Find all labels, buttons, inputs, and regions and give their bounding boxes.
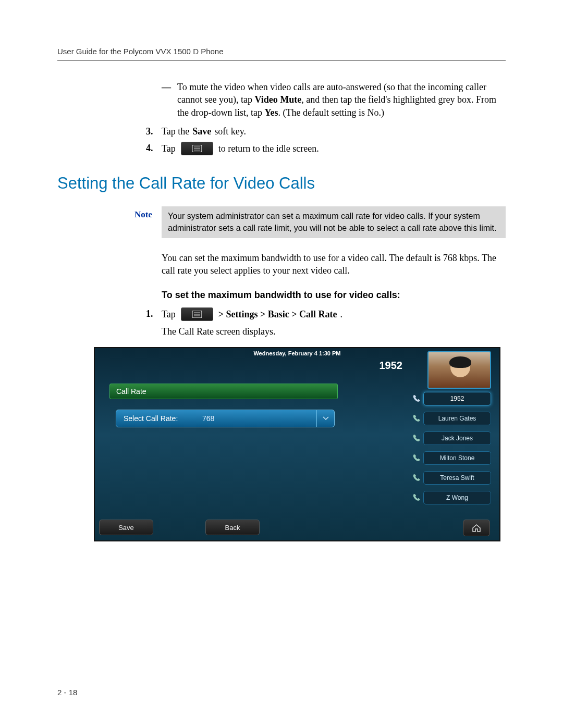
- call-rate-dropdown[interactable]: Select Call Rate: 768: [116, 410, 335, 427]
- step-text: Tap: [162, 142, 176, 155]
- note-text: Your system administrator can set a maxi…: [162, 206, 506, 238]
- speed-dial-item[interactable]: Jack Jones: [410, 430, 491, 446]
- phone-screenshot: Wednesday, February 4 1:30 PM 1952 Call …: [94, 347, 500, 541]
- step-number: 4.: [146, 142, 162, 155]
- back-softkey[interactable]: Back: [205, 520, 260, 535]
- handset-icon: [410, 414, 423, 423]
- speed-dial-label: 1952: [423, 392, 491, 405]
- step-text-post: to return to the idle screen.: [218, 142, 319, 155]
- step-text: Tap the: [162, 125, 189, 138]
- speed-dial-label: Milton Stone: [423, 451, 491, 465]
- page-header: User Guide for the Polycom VVX 1500 D Ph…: [57, 47, 506, 61]
- speed-dial-item[interactable]: Lauren Gates: [410, 411, 491, 426]
- handset-icon: [410, 394, 423, 403]
- step-punct: .: [340, 308, 343, 320]
- call-rate-label: Select Call Rate:: [116, 414, 202, 423]
- menu-icon: [181, 307, 213, 321]
- handset-icon: [410, 473, 423, 483]
- dash-marker: —: [162, 81, 177, 119]
- step-number: 1.: [146, 307, 162, 338]
- speed-dial-label: Z Wong: [423, 491, 491, 504]
- note-label: Note: [125, 206, 162, 238]
- speed-dial-label: Jack Jones: [423, 431, 491, 445]
- step-4: 4. Tap to return to the idle screen.: [146, 142, 506, 155]
- call-rate-value: 768: [202, 414, 244, 423]
- extension-number: 1952: [380, 360, 403, 372]
- handset-icon: [410, 493, 423, 502]
- step-text: Tap: [162, 308, 176, 320]
- speed-dial-label: Lauren Gates: [423, 412, 491, 425]
- screen-title: Call Rate: [109, 384, 338, 399]
- speed-dial-item[interactable]: Teresa Swift: [410, 470, 491, 486]
- speed-dial-item[interactable]: Milton Stone: [410, 450, 491, 466]
- step-result: The Call Rate screen displays.: [162, 325, 506, 338]
- step-path: > Settings > Basic > Call Rate: [218, 308, 337, 320]
- page-number: 2 - 18: [57, 688, 77, 697]
- step-1: 1. Tap > Settings > Basic > Call Rate. T…: [146, 307, 506, 338]
- speed-dial-item[interactable]: Z Wong: [410, 490, 491, 505]
- body-paragraph: You can set the maximum bandwidth to use…: [162, 252, 506, 277]
- step-3: 3. Tap the Save soft key.: [146, 125, 506, 138]
- chevron-down-icon[interactable]: [316, 410, 334, 427]
- handset-icon: [410, 434, 423, 443]
- section-heading: Setting the Call Rate for Video Calls: [57, 174, 506, 193]
- procedure-heading: To set the maximum bandwidth to use for …: [162, 289, 506, 301]
- speed-dial-item[interactable]: 1952: [410, 391, 491, 406]
- menu-icon: [181, 142, 213, 155]
- handset-icon: [410, 453, 423, 463]
- sub-bullet: — To mute the video when video calls are…: [162, 81, 506, 119]
- home-button[interactable]: [463, 520, 490, 536]
- save-softkey[interactable]: Save: [99, 520, 153, 535]
- step-number: 3.: [146, 125, 162, 138]
- self-view-thumbnail[interactable]: [427, 351, 491, 389]
- bullet-text: To mute the video when video calls are a…: [177, 81, 506, 119]
- step-text-post: soft key.: [214, 125, 246, 138]
- speed-dial-label: Teresa Swift: [423, 471, 491, 485]
- home-icon: [472, 524, 481, 532]
- step-bold: Save: [192, 125, 211, 138]
- speed-dial-list: 1952 Lauren Gates Jack Jones Milton Ston…: [410, 391, 491, 505]
- note-callout: Note Your system administrator can set a…: [125, 206, 506, 238]
